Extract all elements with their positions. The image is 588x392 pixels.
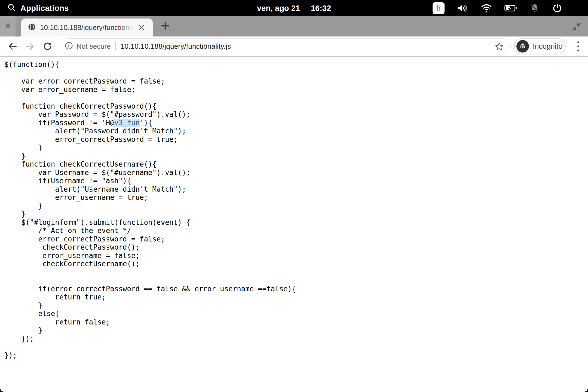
- screen-corner-bottom-left: [0, 388, 4, 392]
- selected-text: v3_fun: [114, 119, 140, 127]
- unmaximize-button[interactable]: [572, 22, 581, 32]
- applications-menu-label: Applications: [20, 4, 69, 13]
- search-icon: [7, 3, 16, 13]
- kebab-dot: [577, 50, 579, 51]
- battery-charging-icon[interactable]: [504, 5, 517, 12]
- browser-toolbar: Not secure 10.10.10.188/jquery/functiona…: [0, 36, 588, 56]
- security-label: Not secure: [76, 42, 111, 51]
- tab-title: 10.10.10.188/jquery/functionali: [40, 23, 136, 32]
- incognito-label: Incognito: [533, 42, 563, 51]
- power-icon[interactable]: [552, 3, 562, 13]
- tab-strip: 10.10.10.188/jquery/functionali: [0, 16, 588, 36]
- page-content: $(function(){ var error_correctPassword …: [0, 57, 588, 392]
- info-icon: [65, 42, 73, 51]
- close-icon: [4, 22, 11, 30]
- site-security-chip[interactable]: Not secure: [65, 42, 111, 51]
- omnibox-divider: [115, 42, 116, 50]
- address-bar[interactable]: Not secure 10.10.10.188/jquery/functiona…: [60, 38, 510, 54]
- back-arrow-icon: [7, 41, 18, 51]
- star-icon: [495, 42, 504, 51]
- new-tab-button[interactable]: [160, 21, 171, 32]
- volume-icon[interactable]: [457, 4, 468, 13]
- url-text: 10.10.10.188/jquery/functionality.js: [121, 42, 231, 51]
- reload-icon: [42, 41, 53, 51]
- window-close-button[interactable]: [0, 16, 16, 36]
- screen-corner-bottom-right: [584, 388, 588, 392]
- top-panel: Applications ven, ago 21 16:32 fr: [0, 0, 588, 16]
- restore-icon: [572, 22, 581, 32]
- notifications-muted-icon[interactable]: [529, 3, 540, 13]
- code-text: $(function(){ var error_correctPassword …: [4, 60, 190, 127]
- clock-button[interactable]: ven, ago 21 16:32: [257, 0, 331, 16]
- system-tray: fr: [433, 0, 562, 16]
- forward-arrow-icon: [25, 41, 35, 51]
- back-button[interactable]: [7, 41, 18, 52]
- incognito-icon: [516, 40, 529, 53]
- kebab-dot: [577, 41, 579, 43]
- panel-time: 16:32: [311, 4, 331, 13]
- browser-menu-button[interactable]: [572, 40, 584, 52]
- bookmark-button[interactable]: [495, 42, 504, 51]
- plus-icon: [160, 21, 170, 32]
- keyboard-layout-indicator[interactable]: fr: [433, 2, 445, 14]
- javascript-source-view: $(function(){ var error_correctPassword …: [0, 57, 588, 359]
- activities-button[interactable]: Applications: [7, 3, 69, 13]
- browser-tab[interactable]: 10.10.10.188/jquery/functionali: [21, 19, 153, 36]
- tab-close-button[interactable]: [137, 23, 146, 32]
- forward-button[interactable]: [24, 41, 35, 52]
- panel-date: ven, ago 21: [257, 4, 300, 13]
- keyboard-layout-label: fr: [436, 4, 441, 13]
- code-text: '){ alert("Password didn't Match"); erro…: [4, 119, 296, 359]
- kebab-dot: [577, 45, 579, 47]
- globe-favicon-icon: [28, 23, 36, 32]
- incognito-indicator: Incognito: [514, 38, 566, 54]
- wifi-icon[interactable]: [481, 4, 492, 13]
- reload-button[interactable]: [42, 41, 53, 52]
